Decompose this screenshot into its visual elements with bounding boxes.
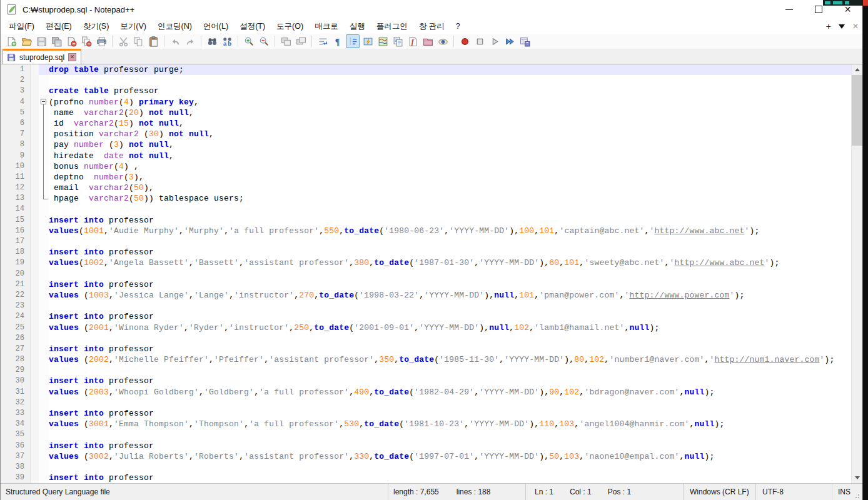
bookmark-margin[interactable] — [31, 311, 39, 322]
vertical-scrollbar[interactable] — [851, 64, 862, 483]
notepadpp-icon[interactable] — [6, 4, 18, 15]
bookmark-margin[interactable] — [31, 108, 39, 118]
menu-item-10[interactable]: 실행 — [344, 19, 371, 34]
code-text[interactable]: deptno number(3), — [49, 172, 144, 182]
save-icon[interactable] — [34, 34, 48, 48]
bookmark-margin[interactable] — [31, 258, 39, 268]
code-text[interactable]: pay number (3) not null, — [49, 139, 174, 150]
bookmark-margin[interactable] — [31, 86, 39, 96]
code-text[interactable]: values (2001,'Winona Ryder','Ryder','ins… — [49, 322, 659, 333]
code-area[interactable]: 1drop table professor purge;23create tab… — [1, 64, 851, 483]
show-all-characters-icon[interactable]: ¶ — [331, 34, 345, 48]
menu-item-11[interactable]: 플러그인 — [371, 19, 413, 34]
bookmark-margin[interactable] — [31, 451, 39, 462]
macro-run-multiple-icon[interactable] — [503, 34, 517, 48]
bookmark-margin[interactable] — [31, 269, 39, 279]
bookmark-margin[interactable] — [31, 129, 39, 139]
scrollbar-thumb[interactable] — [852, 75, 862, 146]
shortcut-mapper-icon[interactable] — [361, 34, 375, 48]
code-text[interactable]: position varchar2 (30) not null, — [49, 129, 214, 139]
code-text[interactable]: values (3001,'Emma Thompson','Thompson',… — [49, 419, 724, 429]
tab-stuprodep-sql[interactable]: stuprodep.sql ✕ — [3, 49, 81, 64]
document-list-icon[interactable] — [391, 34, 405, 48]
menu-item-5[interactable]: 인코딩(N) — [152, 19, 198, 34]
menu-item-8[interactable]: 도구(O) — [271, 19, 309, 34]
bookmark-margin[interactable] — [31, 75, 39, 86]
code-text[interactable]: values (1003,'Jessica Lange','Lange','in… — [49, 290, 744, 301]
macro-play-icon[interactable] — [488, 34, 502, 48]
zoom-in-icon[interactable] — [242, 34, 256, 48]
bookmark-margin[interactable] — [31, 172, 39, 182]
bookmark-margin[interactable] — [31, 215, 39, 226]
bookmark-margin[interactable] — [31, 419, 39, 429]
code-text[interactable]: insert into professor — [49, 279, 154, 290]
function-list-icon[interactable]: f — [406, 34, 420, 48]
bookmark-margin[interactable] — [31, 182, 39, 193]
menu-item-13[interactable]: ? — [450, 19, 466, 34]
bookmark-margin[interactable] — [31, 97, 39, 108]
bookmark-margin[interactable] — [31, 344, 39, 354]
menu-item-12[interactable]: 창 관리 — [413, 19, 450, 34]
code-text[interactable]: name varchar2(20) not null, — [49, 108, 194, 118]
tab-close-icon[interactable]: ✕ — [68, 53, 76, 61]
code-text[interactable]: (profno number(4) primary key, — [49, 97, 199, 108]
bookmark-margin[interactable] — [31, 236, 39, 247]
resize-grip[interactable] — [855, 492, 861, 499]
code-text[interactable]: insert into professor — [49, 311, 154, 322]
synchronize-vertical-scrolling-icon[interactable] — [279, 34, 293, 48]
bookmark-margin[interactable] — [31, 279, 39, 290]
folder-as-workspace-icon[interactable] — [421, 34, 435, 48]
code-text[interactable]: insert into professor — [49, 247, 154, 258]
save-all-icon[interactable] — [49, 34, 63, 48]
code-text[interactable]: values(1001,'Audie Murphy','Murphy','a f… — [49, 226, 760, 236]
replace-icon[interactable]: ab — [220, 34, 234, 48]
code-text[interactable]: insert into professor — [49, 408, 154, 419]
copy-icon[interactable] — [131, 34, 145, 48]
bookmark-margin[interactable] — [31, 193, 39, 204]
bookmark-margin[interactable] — [31, 376, 39, 386]
code-text[interactable]: id varchar2(15) not null, — [49, 118, 184, 129]
menu-item-1[interactable]: 파일(F) — [3, 19, 40, 34]
macro-record-icon[interactable] — [458, 34, 472, 48]
bookmark-margin[interactable] — [31, 408, 39, 419]
bookmark-margin[interactable] — [31, 161, 39, 172]
code-text[interactable]: drop table professor purge; — [49, 64, 184, 75]
scroll-up-arrow[interactable] — [852, 64, 862, 75]
bookmark-margin[interactable] — [31, 247, 39, 258]
bookmark-margin[interactable] — [31, 301, 39, 311]
bookmark-margin[interactable] — [31, 204, 39, 214]
bookmark-margin[interactable] — [31, 398, 39, 408]
close-all-files-icon[interactable] — [79, 34, 93, 48]
bookmark-margin[interactable] — [31, 354, 39, 365]
menu-item-7[interactable]: 설정(T) — [234, 19, 271, 34]
code-text[interactable]: insert into professor — [49, 472, 154, 483]
new-tab-plus-icon[interactable]: + — [826, 22, 831, 31]
document-map-icon[interactable] — [376, 34, 390, 48]
synchronize-horizontal-scrolling-icon[interactable] — [294, 34, 308, 48]
macro-save-icon[interactable] — [518, 34, 532, 48]
find-icon[interactable] — [205, 34, 219, 48]
bookmark-margin[interactable] — [31, 118, 39, 129]
bookmark-margin[interactable] — [31, 441, 39, 451]
code-text[interactable]: insert into professor — [49, 344, 154, 354]
scroll-down-arrow[interactable] — [852, 472, 862, 483]
show-indent-guide-icon[interactable] — [346, 34, 360, 48]
bookmark-margin[interactable] — [31, 322, 39, 333]
menu-item-6[interactable]: 언어(L) — [198, 19, 234, 34]
bookmark-margin[interactable] — [31, 64, 39, 75]
redo-icon[interactable] — [183, 34, 197, 48]
code-text[interactable]: values (2003,'Whoopi Goldberg','Goldberg… — [49, 387, 714, 398]
code-text[interactable]: values (3002,'Julia Roberts','Roberts','… — [49, 451, 714, 462]
code-text[interactable]: insert into professor — [49, 376, 154, 386]
paste-icon[interactable] — [146, 34, 160, 48]
menu-item-9[interactable]: 매크로 — [309, 19, 344, 34]
close-file-icon[interactable] — [64, 34, 78, 48]
code-text[interactable]: insert into professor — [49, 215, 154, 226]
tab-list-dropdown-icon[interactable] — [839, 24, 845, 29]
new-file-icon[interactable] — [4, 34, 18, 48]
zoom-out-icon[interactable] — [257, 34, 271, 48]
bookmark-margin[interactable] — [31, 462, 39, 472]
code-text[interactable]: bonus number(4) , — [49, 161, 139, 172]
code-text[interactable]: hiredate date not null, — [49, 151, 174, 161]
bookmark-margin[interactable] — [31, 151, 39, 161]
